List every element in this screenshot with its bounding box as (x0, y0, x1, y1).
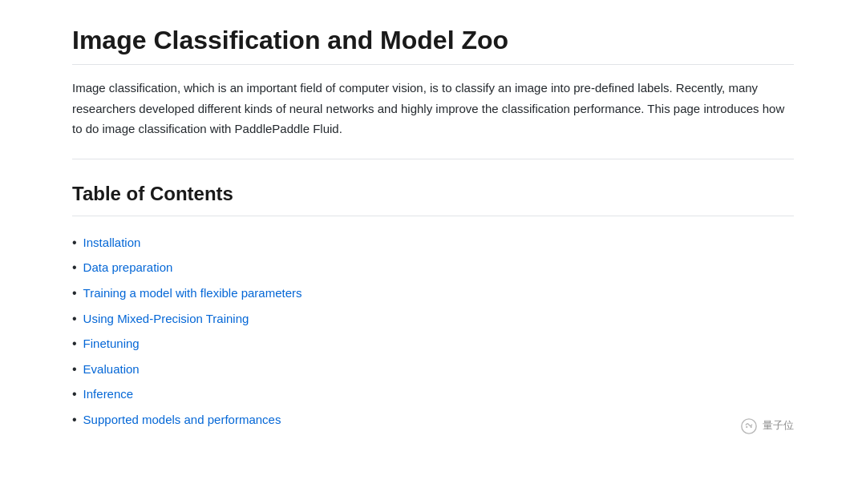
toc-list-item: Finetuning (72, 333, 794, 354)
toc-heading: Table of Contents (72, 179, 794, 216)
toc-list-item: Inference (72, 384, 794, 405)
toc-link-6[interactable]: Inference (83, 385, 134, 404)
toc-list-item: Training a model with flexible parameter… (72, 283, 794, 304)
toc-link-2[interactable]: Training a model with flexible parameter… (83, 284, 302, 303)
toc-link-3[interactable]: Using Mixed-Precision Training (83, 309, 249, 329)
toc-link-5[interactable]: Evaluation (83, 360, 140, 379)
svg-point-1 (746, 425, 747, 427)
page-container: Image Classification and Model Zoo Image… (40, 0, 826, 467)
toc-link-1[interactable]: Data preparation (83, 258, 173, 277)
toc-link-0[interactable]: Installation (83, 233, 141, 252)
toc-list-item: Evaluation (72, 359, 794, 380)
page-title: Image Classification and Model Zoo (72, 24, 794, 65)
toc-link-4[interactable]: Finetuning (83, 334, 140, 353)
toc-list-item: Using Mixed-Precision Training (72, 308, 794, 329)
svg-point-0 (742, 418, 756, 433)
watermark-icon (740, 417, 758, 435)
toc-list-item: Installation (72, 232, 794, 253)
toc-list: InstallationData preparationTraining a m… (72, 226, 794, 430)
toc-link-7[interactable]: Supported models and performances (83, 410, 281, 429)
watermark-text: 量子位 (763, 417, 794, 434)
toc-list-item: Data preparation (72, 257, 794, 278)
toc-list-item: Supported models and performances (72, 409, 794, 430)
watermark: 量子位 (740, 417, 794, 435)
svg-point-2 (751, 425, 752, 427)
page-description: Image classification, which is an import… (72, 78, 794, 159)
